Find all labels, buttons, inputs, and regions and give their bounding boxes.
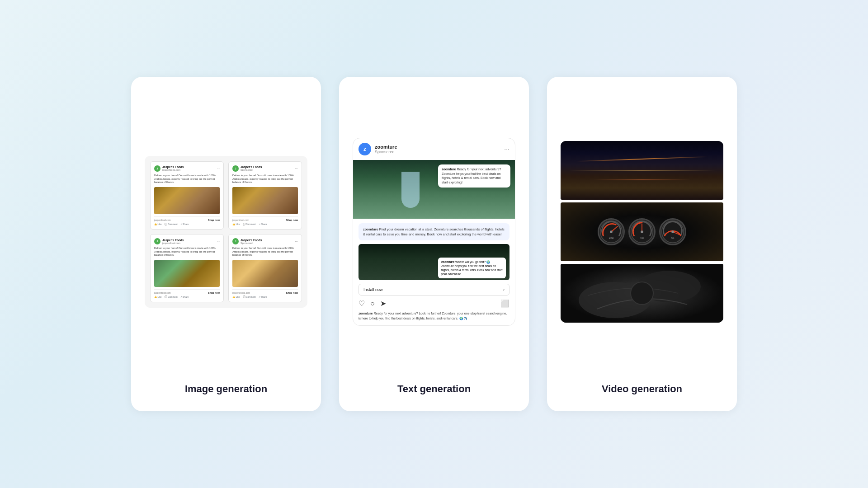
ig-desc-text: Find your dream vacation at a steal. Zoo… [363,227,505,236]
ig-bookmark-icon[interactable]: ⬜ [500,299,509,308]
ig-second-image: zoomture Where will you go first? 🌍 Zoom… [359,244,509,280]
fb-cta-2[interactable]: Shop now [286,219,298,221]
image-gen-label: Image generation [185,383,267,395]
fb-avatar-3: J [154,238,160,244]
ig-main-image: zoomture Ready for your next adventure? … [353,160,515,219]
fb-cta-3[interactable]: Shop now [208,291,220,294]
fb-post-3-header: J Jasper's Foods jaspersfood.com ··· [154,238,220,244]
svg-point-15 [631,282,653,305]
gauge-2: 100 [628,218,656,245]
coffee-img-3 [154,260,220,287]
svg-text:MPH: MPH [609,237,613,239]
fb-post-1: J Jasper's Foods jasperfoods.com ··· Del… [150,161,224,230]
video-strip-1 [561,141,723,200]
fb-post-1-dots: ··· [217,166,220,170]
fb-post-1-footer: jaspersfood.com Shop now [154,216,220,221]
fb-avatar-1: J [154,165,160,172]
ig-long-caption-text: Ready for your next adventure? Look no f… [359,312,507,320]
fb-post-1-header: J Jasper's Foods jasperfoods.com ··· [154,165,220,172]
fb-post-3: J Jasper's Foods jaspersfood.com ··· Del… [150,234,224,302]
text-generation-card: z zoomture Sponsored ··· zoomture Ready … [339,77,529,411]
image-gen-preview: J Jasper's Foods jasperfoods.com ··· Del… [145,95,307,369]
ig-share-icon[interactable]: ➤ [380,299,386,308]
coffee-img-1 [154,187,220,214]
fb-post-1-sub: jasperfoods.com [162,169,184,171]
fb-post-3-sub: jaspersfood.com [162,242,184,244]
fb-share-2[interactable]: ↗ Share [259,223,267,225]
fb-post-3-footer: jaspersfood.com Shop now [154,289,220,294]
ig-caption-1-username: zoomture [442,168,457,171]
abstract-visual [561,264,723,323]
svg-point-10 [671,230,674,233]
ig-install-label: Install now [363,287,383,292]
ig-username: zoomture [375,144,397,150]
fb-cta-4[interactable]: Shop now [286,291,298,294]
ig-caption-2-username: zoomture [441,260,455,263]
image-gen-mockup: J Jasper's Foods jasperfoods.com ··· Del… [145,156,307,308]
fb-post-3-text: Deliver to your home! Our cold brew is m… [154,247,220,257]
light-streak-3 [593,179,691,180]
coffee-img-4 [232,260,298,287]
ig-install-arrow: › [503,287,505,292]
fb-post-3-actions: 👍 Like 💬 Comment ↗ Share [154,296,220,298]
fb-cta-1[interactable]: Shop now [208,219,220,221]
video-strip-2: MPH 100 [561,202,723,261]
fb-post-1-image [154,187,220,214]
fb-post-2-text: Deliver to your home! Our cold brew is m… [232,174,298,184]
speedometer-visual: MPH 100 [561,202,723,261]
fb-comment-4[interactable]: 💬 Comment [243,296,256,298]
ig-mockup: z zoomture Sponsored ··· zoomture Ready … [353,138,515,326]
fb-post-3-dots: ··· [217,239,220,244]
fb-comment-2[interactable]: 💬 Comment [243,223,256,225]
fb-like-4[interactable]: 👍 Like [232,296,240,298]
fb-post-4-header: J Jasper's Foods Sponsored ··· [232,238,298,244]
svg-point-2 [610,230,613,233]
fb-comment-1[interactable]: 💬 Comment [165,223,178,225]
fb-share-1[interactable]: ↗ Share [180,223,189,225]
fb-link-3: jaspersfood.com [154,291,171,294]
ig-long-caption-username: zoomture [359,312,373,315]
ig-desc-bubble: zoomture Find your dream vacation at a s… [359,223,509,241]
video-strip-3 [561,264,723,323]
svg-text:OIL: OIL [671,237,675,239]
fb-avatar-4: J [232,238,239,244]
fb-post-3-image [154,260,220,287]
coffee-img-2 [232,187,298,214]
gauge-1: MPH [598,218,625,245]
fb-post-1-text: Deliver to your home! Our cold brew is m… [154,174,220,184]
fb-post-2-sub: Sponsored [241,169,262,171]
fb-like-1[interactable]: 👍 Like [154,223,162,225]
fb-like-2[interactable]: 👍 Like [232,223,240,225]
ig-caption-bubble-2: zoomture Where will you go first? 🌍 Zoom… [438,258,506,278]
fb-post-2-dots: ··· [295,166,298,170]
fb-post-1-actions: 👍 Like 💬 Comment ↗ Share [154,223,220,225]
ig-actions-row: ♡ ○ ➤ ⬜ [359,299,509,308]
fb-like-3[interactable]: 👍 Like [154,296,162,298]
fb-post-4-text: Deliver to your home! Our cold brew is m… [232,247,298,257]
ig-heart-icon[interactable]: ♡ [359,299,365,308]
fb-post-4-title: Jasper's Foods [241,239,262,242]
text-gen-preview: z zoomture Sponsored ··· zoomture Ready … [353,95,515,369]
fb-share-3[interactable]: ↗ Share [180,296,189,298]
video-generation-card: MPH 100 [547,77,737,411]
ig-comment-icon[interactable]: ○ [370,300,375,308]
waterfall-stream [401,172,420,208]
ig-caption-bubble-1: zoomture Ready for your next adventure? … [438,164,510,188]
fb-comment-3[interactable]: 💬 Comment [165,296,178,298]
ig-desc-username: zoomture [363,227,379,231]
fb-link-2: jaspersfood.com [232,219,249,221]
fb-post-4-sub: Sponsored [241,242,262,244]
fb-post-4-dots: ··· [295,239,298,244]
cards-container: J Jasper's Foods jasperfoods.com ··· Del… [113,59,755,429]
ig-install-button[interactable]: Install now › [359,284,509,296]
fb-post-2-title: Jasper's Foods [241,165,262,169]
ig-body: zoomture Find your dream vacation at a s… [353,219,515,326]
fb-link-4: jaspersfoods.com [232,291,250,294]
fb-post-2-footer: jaspersfood.com Shop now [232,216,298,221]
ig-header: z zoomture Sponsored ··· [353,138,515,160]
light-streak-2 [569,170,715,171]
fb-post-4-footer: jaspersfoods.com Shop now [232,289,298,294]
fb-share-4[interactable]: ↗ Share [259,296,267,298]
svg-text:100: 100 [640,237,644,239]
ig-dots: ··· [504,145,509,153]
